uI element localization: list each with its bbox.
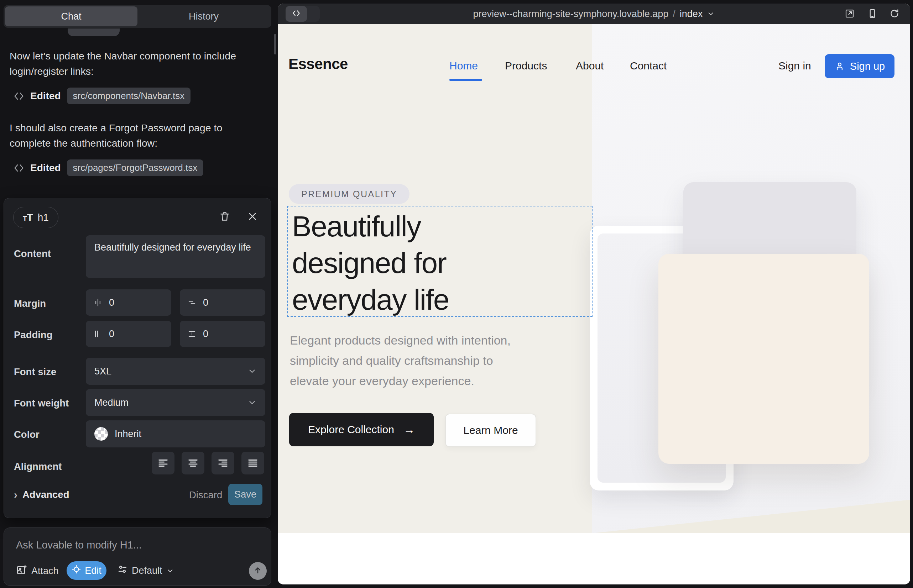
padding-x-input[interactable]: 0 [86, 321, 171, 347]
content-label: Content [14, 248, 51, 260]
nav-link-contact[interactable]: Contact [630, 60, 667, 72]
align-left-icon [157, 457, 169, 469]
align-right-button[interactable] [212, 452, 234, 475]
person-icon [834, 61, 845, 71]
site-hero-section: Essence Home Products About Contact Sign… [278, 24, 910, 533]
content-input[interactable]: Beautifully designed for everyday life [86, 235, 265, 278]
align-right-icon [217, 457, 229, 469]
assistant-message: I should also create a Forgot Password p… [10, 120, 263, 151]
heading-line: everyday life [292, 281, 449, 318]
tab-history[interactable]: History [138, 6, 270, 26]
edited-label: Edited [30, 162, 61, 174]
edited-file-row: Edited src/pages/ForgotPassword.tsx [13, 160, 203, 176]
composer-placeholder[interactable]: Ask Lovable to modify H1... [16, 539, 142, 551]
send-button[interactable] [249, 562, 267, 580]
paragraph-line: elevate your everyday experience. [290, 371, 511, 391]
chevron-down-icon [248, 398, 257, 407]
discard-button[interactable]: Discard [189, 489, 222, 501]
margin-y-value: 0 [203, 297, 208, 308]
hero-heading[interactable]: Beautifully designed for everyday life [292, 208, 449, 318]
close-icon [247, 211, 258, 223]
mobile-icon [867, 8, 878, 20]
advanced-toggle[interactable]: › Advanced [14, 489, 69, 501]
font-weight-value: Medium [94, 397, 129, 408]
font-size-select[interactable]: 5XL [86, 358, 265, 385]
refresh-icon [889, 8, 900, 20]
chevron-down-icon [707, 10, 715, 18]
margin-x-value: 0 [109, 297, 114, 308]
padding-y-value: 0 [203, 328, 208, 339]
delete-element-button[interactable] [218, 210, 232, 224]
site-logo[interactable]: Essence [288, 55, 348, 73]
url-page: index [680, 8, 703, 19]
margin-horizontal-icon [93, 297, 103, 307]
hero-card-cream [659, 254, 869, 464]
preview-toolbar: preview--charming-site-symphony.lovable.… [278, 3, 910, 24]
element-tag-badge[interactable]: TT h1 [13, 207, 58, 228]
mode-select[interactable]: Default [117, 564, 174, 577]
font-weight-select[interactable]: Medium [86, 389, 265, 416]
edited-file-row: Edited src/components/Navbar.tsx [13, 87, 191, 104]
open-in-new-tab-button[interactable] [844, 8, 855, 20]
element-editor-panel: TT h1 Content Beautifully designed for e… [3, 198, 271, 518]
nav-link-products[interactable]: Products [505, 60, 547, 72]
advanced-label: Advanced [23, 489, 69, 501]
mobile-view-button[interactable] [867, 8, 878, 20]
padding-vertical-icon [187, 329, 197, 339]
type-icon: TT [23, 212, 33, 223]
nav-link-about[interactable]: About [576, 60, 604, 72]
padding-y-input[interactable]: 0 [180, 321, 265, 347]
heading-line: Beautifully [292, 208, 449, 244]
edit-mode-button[interactable]: Edit [66, 561, 107, 580]
attach-image-icon [16, 564, 28, 578]
align-justify-icon [247, 457, 259, 469]
sign-up-button[interactable]: Sign up [825, 54, 895, 78]
padding-x-value: 0 [109, 328, 114, 339]
url-bar[interactable]: preview--charming-site-symphony.lovable.… [278, 3, 910, 24]
padding-horizontal-icon [93, 329, 103, 339]
chevron-down-icon [248, 367, 257, 376]
attach-label: Attach [31, 565, 59, 577]
attach-button[interactable]: Attach [16, 564, 59, 578]
preview-url: preview--charming-site-symphony.lovable.… [473, 8, 669, 19]
trash-icon [219, 211, 230, 223]
sliders-icon [117, 564, 128, 577]
nav-link-home[interactable]: Home [449, 60, 478, 72]
code-icon [13, 163, 24, 173]
margin-vertical-icon [187, 297, 197, 307]
margin-x-input[interactable]: 0 [86, 289, 171, 316]
tab-chat[interactable]: Chat [5, 6, 138, 26]
paragraph-line: Elegant products designed with intention… [290, 330, 511, 351]
color-select[interactable]: Inherit [86, 420, 265, 447]
refresh-button[interactable] [889, 8, 900, 20]
color-value: Inherit [115, 428, 141, 439]
align-justify-button[interactable] [241, 452, 264, 475]
save-button[interactable]: Save [228, 484, 262, 505]
edited-file-path[interactable]: src/components/Navbar.tsx [67, 87, 191, 104]
learn-more-button[interactable]: Learn More [445, 414, 536, 447]
close-panel-button[interactable] [245, 210, 260, 224]
padding-label: Padding [14, 329, 52, 341]
quality-badge: PREMIUM QUALITY [289, 184, 410, 204]
edited-label: Edited [30, 90, 61, 102]
external-link-icon [844, 8, 855, 20]
font-size-label: Font size [14, 366, 56, 378]
align-center-button[interactable] [181, 452, 204, 475]
sign-up-label: Sign up [850, 60, 885, 72]
chevron-down-icon [166, 567, 174, 575]
sign-in-link[interactable]: Sign in [779, 60, 811, 72]
lovable-app: Chat History Now let's update the Navbar… [0, 0, 913, 588]
align-center-icon [187, 457, 199, 469]
edit-label: Edit [85, 565, 102, 576]
scrolled-file-pill [68, 29, 120, 36]
margin-label: Margin [14, 298, 46, 309]
code-icon [13, 91, 24, 102]
hero-paragraph: Elegant products designed with intention… [290, 330, 511, 391]
align-left-button[interactable] [152, 452, 175, 475]
explore-collection-button[interactable]: Explore Collection → [289, 413, 434, 446]
explore-collection-label: Explore Collection [308, 423, 394, 436]
margin-y-input[interactable]: 0 [180, 289, 265, 316]
chat-scrollbar[interactable] [274, 34, 276, 55]
edited-file-path[interactable]: src/pages/ForgotPassword.tsx [67, 160, 204, 176]
chat-composer[interactable]: Ask Lovable to modify H1... Attach Edit … [3, 528, 271, 586]
